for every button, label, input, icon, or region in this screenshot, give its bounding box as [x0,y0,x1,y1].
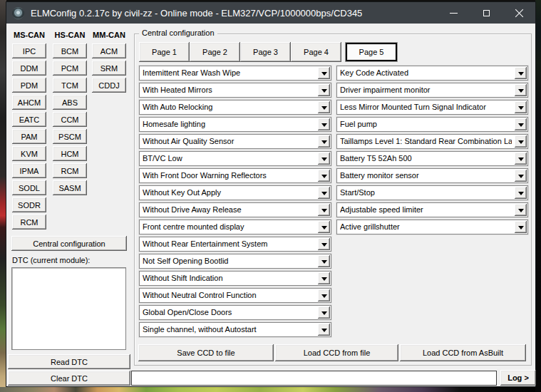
module-button-ccm[interactable]: CCM [53,112,87,127]
dropdown-arrow-icon[interactable] [515,221,527,233]
dropdown-arrow-icon[interactable] [318,187,330,199]
module-button-cddj[interactable]: CDDJ [92,78,126,93]
combo-door-warning-reflectors[interactable]: With Front Door Warning Reflectors [139,168,331,183]
minimize-button[interactable] [437,2,470,24]
dropdown-arrow-icon[interactable] [515,135,527,148]
module-button-pdm[interactable]: PDM [12,78,46,93]
close-button[interactable] [503,2,535,24]
module-button-ipc[interactable]: IPC [12,43,46,58]
module-button-kvm[interactable]: KVM [12,146,46,161]
dropdown-arrow-icon[interactable] [318,255,330,267]
combo-rear-wash-wipe[interactable]: Intemittent Rear Wash Wipe [139,66,331,81]
group-title: Central configuration [139,29,217,37]
central-configuration-button[interactable]: Central configuration [11,236,127,251]
dropdown-arrow-icon[interactable] [515,84,527,96]
dropdown-arrow-icon[interactable] [318,324,330,336]
tab-page-2[interactable]: Page 2 [190,42,240,62]
combo-taillamps[interactable]: Taillamps Level 1: Standard Rear Combina… [336,134,528,149]
dropdown-arrow-icon[interactable] [515,187,527,199]
combo-key-out-apply[interactable]: Without Key Out Apply [139,185,331,200]
module-button-sodl[interactable]: SODL [12,180,46,195]
dropdown-arrow-icon[interactable] [318,118,330,130]
combo-bt-vc[interactable]: BT/VC Low [139,151,331,166]
dropdown-arrow-icon[interactable] [515,153,527,165]
combo-neutral-control[interactable]: Without Neutral Control Function [139,288,331,303]
dropdown-arrow-icon[interactable] [318,289,330,301]
dropdown-arrow-icon[interactable] [318,238,330,250]
module-button-ddm[interactable]: DDM [12,61,46,76]
combo-value: Without Shift Indication [143,273,315,284]
dropdown-arrow-icon[interactable] [318,153,330,165]
dropdown-arrow-icon[interactable] [318,306,330,319]
dropdown-arrow-icon[interactable] [318,272,330,284]
combo-driver-impairment[interactable]: Driver impairment monitor [336,83,528,98]
dropdown-arrow-icon[interactable] [318,170,330,182]
combo-centre-display[interactable]: Front centre mounted display [139,220,331,234]
dropdown-arrow-icon[interactable] [318,204,330,216]
load-ccd-asbuilt-button[interactable]: Load CCD from AsBuilt [400,344,526,361]
combo-speed-limiter[interactable]: Adjustable speed limiter [336,202,528,217]
module-button-rcm-hs[interactable]: RCM [53,163,87,178]
combo-key-code[interactable]: Key Code Activated [336,66,528,81]
combo-self-opening-bootlid[interactable]: Not Self Opening Bootlid [139,254,331,269]
dropdown-arrow-icon[interactable] [515,204,527,216]
module-button-sodr[interactable]: SODR [12,197,46,212]
combo-grillshutter[interactable]: Active grillshutter [336,220,528,234]
combo-battery-monitor[interactable]: Battery monitor sensor [336,168,528,183]
combo-rear-entertainment[interactable]: Without Rear Entertainment System [139,237,331,252]
module-button-acm[interactable]: ACM [92,43,126,58]
combo-shift-indication[interactable]: Without Shift Indication [139,271,331,286]
dropdown-arrow-icon[interactable] [515,101,527,113]
combo-mirror-turn-signal[interactable]: Less Mirror Mounted Turn Signal Indicato… [336,100,528,115]
titlebar[interactable]: ELMConfig 0.2.17c by civil-zz - Online m… [6,2,535,24]
module-button-sasm[interactable]: SASM [53,180,87,195]
dropdown-arrow-icon[interactable] [515,118,527,130]
maximize-button[interactable] [470,2,503,24]
combo-auto-relocking[interactable]: With Auto Relocking [139,100,331,115]
save-ccd-button[interactable]: Save CCD to file [138,344,274,361]
dropdown-arrow-icon[interactable] [515,67,527,79]
combo-homesafe-lighting[interactable]: Homesafe lighting [139,117,331,132]
tab-page-4[interactable]: Page 4 [291,42,341,62]
dropdown-arrow-icon[interactable] [318,135,330,148]
dropdown-arrow-icon[interactable] [318,221,330,233]
module-button-srm[interactable]: SRM [92,61,126,76]
combo-value: Start/Stop [340,187,512,198]
module-button-rcm-ms[interactable]: RCM [12,215,46,229]
module-button-pam[interactable]: PAM [12,129,46,144]
dropdown-arrow-icon[interactable] [318,67,330,79]
dropdown-arrow-icon[interactable] [318,101,330,113]
clear-dtc-button[interactable]: Clear DTC [8,371,130,386]
command-input[interactable] [131,371,497,386]
down-triangle-icon [518,89,524,96]
tab-page-5-active[interactable]: Page 5 [346,43,397,61]
module-button-hcm[interactable]: HCM [53,146,87,161]
combo-autostart-channel[interactable]: Single channel, without Autostart [139,322,331,337]
load-ccd-file-button[interactable]: Load CCD from file [275,344,398,361]
combo-drive-away-release[interactable]: Without Drive Away Release [139,202,331,217]
read-dtc-button[interactable]: Read DTC [8,354,130,369]
tab-page-1[interactable]: Page 1 [139,42,190,62]
module-button-bcm[interactable]: BCM [53,43,87,58]
module-button-ahcm[interactable]: AHCM [12,95,46,110]
module-button-eatc[interactable]: EATC [12,112,46,127]
module-button-pcm[interactable]: PCM [53,61,87,76]
combo-battery-type[interactable]: Battery T5 52Ah 500 [336,151,528,166]
log-button[interactable]: Log > [500,370,536,386]
close-icon [515,9,524,18]
tab-page-3[interactable]: Page 3 [240,42,291,62]
module-button-ipma[interactable]: IPMA [12,163,46,178]
combo-start-stop[interactable]: Start/Stop [336,185,528,200]
combo-fuel-pump[interactable]: Fuel pump [336,117,528,132]
dropdown-arrow-icon[interactable] [318,84,330,96]
combo-air-quality-sensor[interactable]: Without Air Quality Sensor [139,134,331,149]
module-button-tcm[interactable]: TCM [53,78,87,93]
dtc-list[interactable] [11,267,126,350]
combo-value: With Heated Mirrors [143,85,315,96]
module-button-abs[interactable]: ABS [53,95,87,110]
dropdown-arrow-icon[interactable] [515,170,527,182]
module-button-pscm[interactable]: PSCM [53,129,87,144]
combo-heated-mirrors[interactable]: With Heated Mirrors [139,83,331,98]
combo-global-open-close[interactable]: Global Open/Close Doors [139,305,331,320]
down-triangle-icon [518,192,524,198]
